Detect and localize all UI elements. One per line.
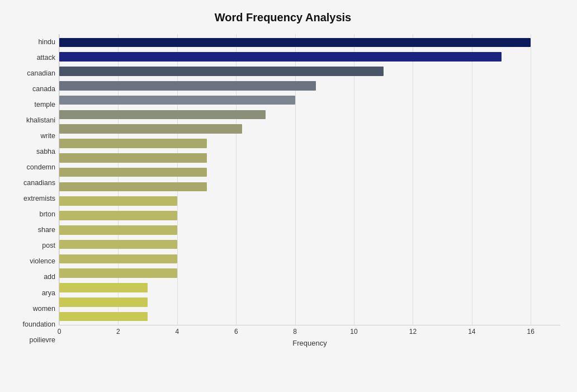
y-label: canadians [6, 180, 55, 187]
x-tick-label: 12 [409, 328, 417, 336]
bar [59, 96, 295, 105]
x-ticks-container: 0246810121416 [59, 325, 560, 337]
bar-row [59, 122, 560, 136]
y-label: khalistani [6, 117, 55, 124]
y-label: canada [6, 86, 55, 93]
y-label: sabha [6, 148, 55, 155]
y-label: temple [6, 101, 55, 108]
y-label: canadian [6, 70, 55, 77]
bar-row [59, 136, 560, 151]
x-tick-label: 6 [234, 328, 238, 336]
y-label: attack [6, 54, 55, 62]
bar [59, 254, 177, 264]
x-axis-label: Frequency [59, 339, 560, 347]
y-axis: hinduattackcanadiancanadatemplekhalistan… [6, 34, 59, 348]
bar-row [59, 150, 560, 165]
bar [59, 110, 266, 120]
bar [59, 124, 242, 134]
bar-row [59, 252, 560, 266]
x-axis: 0246810121416 Frequency [59, 325, 560, 348]
y-label: condemn [6, 164, 55, 171]
bar [59, 283, 148, 292]
chart-area: hinduattackcanadiancanadatemplekhalistan… [6, 34, 560, 348]
y-label: write [6, 133, 55, 140]
y-label: add [6, 273, 55, 281]
bar [59, 168, 207, 177]
y-label: poilievre [6, 337, 55, 344]
bar-row [59, 35, 560, 50]
chart-container: Word Frequency Analysis hinduattackcanad… [0, 0, 577, 392]
bar-row [59, 78, 560, 93]
x-tick-label: 10 [350, 328, 357, 336]
bar-row [59, 237, 560, 252]
bar-row [59, 194, 560, 209]
y-label: post [6, 242, 55, 249]
bar [59, 153, 207, 163]
bar-row [59, 165, 560, 180]
bar-row [59, 266, 560, 281]
bar [59, 196, 177, 206]
x-tick-label: 0 [58, 328, 62, 336]
bar [59, 81, 316, 91]
chart-title: Word Frequency Analysis [6, 11, 560, 24]
y-label: foundation [6, 321, 55, 328]
bar [59, 240, 177, 249]
y-label: extremists [6, 195, 55, 202]
bar [59, 38, 531, 48]
x-tick-label: 2 [116, 328, 120, 336]
bar-row [59, 180, 560, 194]
bar [59, 268, 177, 278]
bar [59, 225, 177, 235]
x-tick-label: 8 [293, 328, 297, 336]
bar-row [59, 64, 560, 79]
y-label: violence [6, 258, 55, 265]
y-label: hindu [6, 39, 55, 46]
y-label: share [6, 226, 55, 234]
bar [59, 312, 148, 322]
bar-row [59, 223, 560, 237]
x-tick-label: 16 [527, 328, 535, 336]
bars-area [59, 34, 560, 325]
bars-wrapper [59, 34, 560, 325]
y-label: arya [6, 290, 55, 297]
bar-row [59, 50, 560, 64]
bar [59, 182, 207, 192]
bar [59, 297, 148, 307]
y-label: women [6, 305, 55, 313]
bars-and-xaxis: 0246810121416 Frequency [59, 34, 560, 348]
x-tick-label: 4 [175, 328, 179, 336]
bar-row [59, 295, 560, 309]
bar-row [59, 107, 560, 122]
x-tick-label: 14 [468, 328, 475, 336]
y-label: brton [6, 211, 55, 218]
bar-row [59, 93, 560, 107]
bar [59, 67, 384, 76]
bar [59, 211, 177, 220]
bar-row [59, 281, 560, 295]
bar [59, 139, 207, 148]
bar-row [59, 309, 560, 324]
bar [59, 52, 502, 62]
bar-row [59, 209, 560, 223]
